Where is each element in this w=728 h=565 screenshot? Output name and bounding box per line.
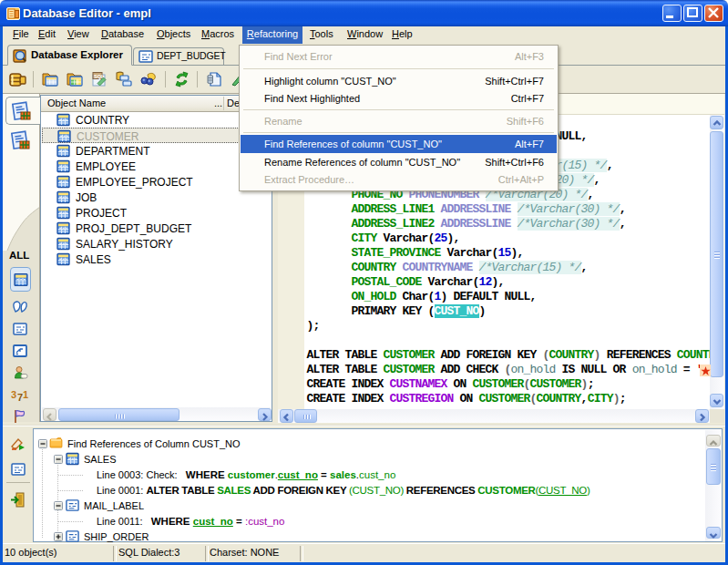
svg-text:3: 3 <box>11 389 16 400</box>
svg-text:1: 1 <box>23 389 28 400</box>
